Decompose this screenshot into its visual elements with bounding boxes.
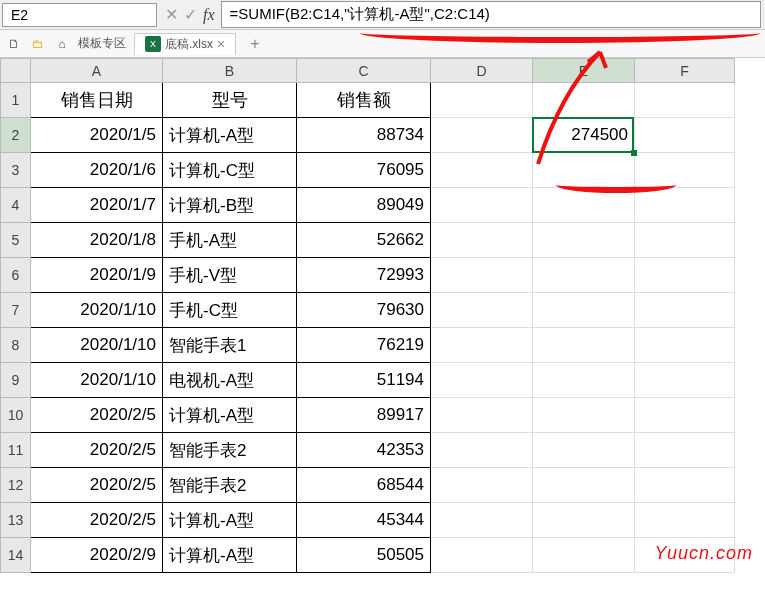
cell-A13[interactable]: 2020/2/5 [31,503,163,538]
cell-A8[interactable]: 2020/1/10 [31,328,163,363]
name-box[interactable]: E2 [2,3,157,27]
cell-A6[interactable]: 2020/1/9 [31,258,163,293]
cell-A3[interactable]: 2020/1/6 [31,153,163,188]
cell-C14[interactable]: 50505 [297,538,431,573]
cell-F7[interactable] [635,293,735,328]
cell-C11[interactable]: 42353 [297,433,431,468]
cell-B7[interactable]: 手机-C型 [163,293,297,328]
cell-D1[interactable] [431,83,533,118]
cell-F9[interactable] [635,363,735,398]
row-header-2[interactable]: 2 [1,118,31,153]
row-header-3[interactable]: 3 [1,153,31,188]
cell-D9[interactable] [431,363,533,398]
cell-F4[interactable] [635,188,735,223]
cell-E11[interactable] [533,433,635,468]
cell-C8[interactable]: 76219 [297,328,431,363]
cell-C6[interactable]: 72993 [297,258,431,293]
folder-icon[interactable]: 🗀 [30,36,46,52]
cell-A7[interactable]: 2020/1/10 [31,293,163,328]
cell-F6[interactable] [635,258,735,293]
workbook-tab[interactable]: X 底稿.xlsx × [134,33,236,55]
cell-D14[interactable] [431,538,533,573]
cell-D6[interactable] [431,258,533,293]
cell-D4[interactable] [431,188,533,223]
cell-C4[interactable]: 89049 [297,188,431,223]
cell-E7[interactable] [533,293,635,328]
cell-A12[interactable]: 2020/2/5 [31,468,163,503]
cell-C5[interactable]: 52662 [297,223,431,258]
cell-D13[interactable] [431,503,533,538]
cell-B12[interactable]: 智能手表2 [163,468,297,503]
row-header-13[interactable]: 13 [1,503,31,538]
cell-B9[interactable]: 电视机-A型 [163,363,297,398]
cell-E12[interactable] [533,468,635,503]
cancel-icon[interactable]: ✕ [165,5,178,24]
cell-D10[interactable] [431,398,533,433]
col-header-E[interactable]: E [533,59,635,83]
cell-E1[interactable] [533,83,635,118]
fill-handle[interactable] [631,150,637,156]
cell-B3[interactable]: 计算机-C型 [163,153,297,188]
cell-D2[interactable] [431,118,533,153]
cell-D12[interactable] [431,468,533,503]
row-header-4[interactable]: 4 [1,188,31,223]
cell-C7[interactable]: 79630 [297,293,431,328]
cell-A11[interactable]: 2020/2/5 [31,433,163,468]
cell-C9[interactable]: 51194 [297,363,431,398]
cell-F13[interactable] [635,503,735,538]
home-icon[interactable]: ⌂ [54,36,70,52]
select-all-corner[interactable] [1,59,31,83]
cell-E5[interactable] [533,223,635,258]
cell-B5[interactable]: 手机-A型 [163,223,297,258]
row-header-7[interactable]: 7 [1,293,31,328]
cell-C3[interactable]: 76095 [297,153,431,188]
add-tab-icon[interactable]: + [244,35,265,53]
row-header-10[interactable]: 10 [1,398,31,433]
cell-B11[interactable]: 智能手表2 [163,433,297,468]
cell-A14[interactable]: 2020/2/9 [31,538,163,573]
cell-F5[interactable] [635,223,735,258]
cell-E6[interactable] [533,258,635,293]
cell-E3[interactable] [533,153,635,188]
fx-icon[interactable]: fx [203,6,215,24]
header-sales[interactable]: 销售额 [297,83,431,118]
file-icon[interactable]: 🗋 [6,36,22,52]
cell-E2[interactable]: 274500 [533,118,635,153]
row-header-1[interactable]: 1 [1,83,31,118]
cell-E14[interactable] [533,538,635,573]
cell-B4[interactable]: 计算机-B型 [163,188,297,223]
cell-D5[interactable] [431,223,533,258]
cell-D7[interactable] [431,293,533,328]
header-model[interactable]: 型号 [163,83,297,118]
cell-D8[interactable] [431,328,533,363]
confirm-icon[interactable]: ✓ [184,5,197,24]
cell-B2[interactable]: 计算机-A型 [163,118,297,153]
row-header-6[interactable]: 6 [1,258,31,293]
cell-E9[interactable] [533,363,635,398]
row-header-9[interactable]: 9 [1,363,31,398]
cell-F2[interactable] [635,118,735,153]
cell-A2[interactable]: 2020/1/5 [31,118,163,153]
cell-C2[interactable]: 88734 [297,118,431,153]
template-area-link[interactable]: 模板专区 [78,35,126,52]
cell-E8[interactable] [533,328,635,363]
col-header-B[interactable]: B [163,59,297,83]
col-header-F[interactable]: F [635,59,735,83]
close-tab-icon[interactable]: × [217,36,225,52]
formula-input[interactable]: =SUMIF(B2:C14,"计算机-A型",C2:C14) [221,1,761,28]
row-header-12[interactable]: 12 [1,468,31,503]
cell-F11[interactable] [635,433,735,468]
header-date[interactable]: 销售日期 [31,83,163,118]
col-header-D[interactable]: D [431,59,533,83]
row-header-5[interactable]: 5 [1,223,31,258]
cell-F1[interactable] [635,83,735,118]
cell-A9[interactable]: 2020/1/10 [31,363,163,398]
cell-B14[interactable]: 计算机-A型 [163,538,297,573]
col-header-C[interactable]: C [297,59,431,83]
cell-B6[interactable]: 手机-V型 [163,258,297,293]
cell-C12[interactable]: 68544 [297,468,431,503]
cell-E10[interactable] [533,398,635,433]
cell-F12[interactable] [635,468,735,503]
cell-F3[interactable] [635,153,735,188]
cell-B8[interactable]: 智能手表1 [163,328,297,363]
